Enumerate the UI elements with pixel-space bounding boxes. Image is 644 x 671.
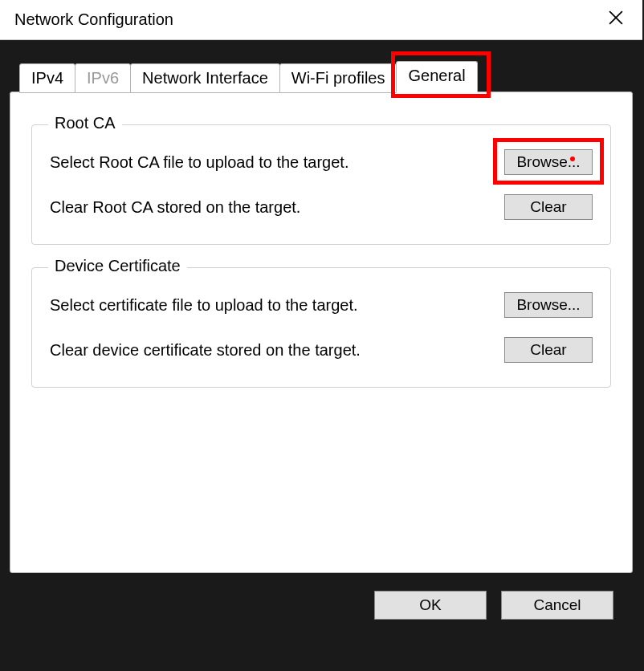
tab-network-interface[interactable]: Network Interface [130, 63, 280, 93]
device-certificate-clear-button[interactable]: Clear [504, 337, 593, 363]
window-title: Network Configuration [14, 10, 173, 29]
device-certificate-browse-button[interactable]: Browse... [504, 292, 593, 318]
dialog-body: IPv4 IPv6 Network Interface Wi-Fi profil… [0, 40, 642, 671]
device-certificate-legend: Device Certificate [48, 257, 187, 275]
tab-wifi-profiles[interactable]: Wi-Fi profiles [279, 63, 397, 93]
device-certificate-upload-label: Select certificate file to upload to the… [50, 296, 358, 315]
device-certificate-clear-label: Clear device certificate stored on the t… [50, 341, 361, 360]
network-configuration-window: Network Configuration IPv4 IPv6 Network … [0, 0, 642, 671]
root-ca-browse-button[interactable]: Browse... [504, 149, 593, 175]
tab-general[interactable]: General [396, 61, 477, 92]
tab-panel-general: Root CA Select Root CA file to upload to… [10, 92, 633, 573]
root-ca-upload-label: Select Root CA file to upload to the tar… [50, 153, 348, 172]
root-ca-legend: Root CA [48, 114, 122, 132]
root-ca-clear-label: Clear Root CA stored on the target. [50, 198, 300, 217]
titlebar: Network Configuration [0, 0, 642, 40]
root-ca-group: Root CA Select Root CA file to upload to… [31, 124, 611, 245]
root-ca-clear-button[interactable]: Clear [504, 194, 593, 220]
cancel-button[interactable]: Cancel [501, 591, 613, 620]
annotation-dot [570, 157, 575, 161]
tab-ipv6[interactable]: IPv6 [75, 63, 131, 93]
ok-button[interactable]: OK [374, 591, 487, 620]
close-icon[interactable] [604, 6, 628, 34]
tabstrip: IPv4 IPv6 Network Interface Wi-Fi profil… [10, 61, 633, 92]
device-certificate-group: Device Certificate Select certificate fi… [31, 267, 611, 388]
tab-ipv4[interactable]: IPv4 [19, 63, 75, 93]
dialog-footer: OK Cancel [10, 573, 633, 639]
